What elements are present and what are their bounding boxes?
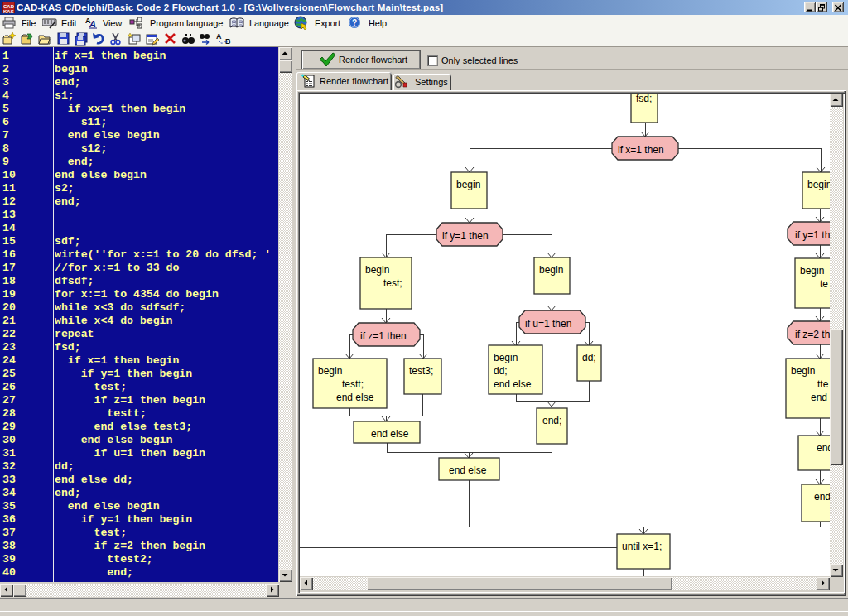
- svg-text:fsd;: fsd;: [636, 94, 652, 104]
- svg-text:KAS: KAS: [3, 9, 14, 14]
- svg-text:end: end: [814, 491, 830, 503]
- svg-text:begin: begin: [318, 365, 342, 377]
- svg-text:begin: begin: [365, 264, 389, 276]
- svg-text:tte: tte: [817, 378, 829, 390]
- svg-text:if u=1 then: if u=1 then: [525, 318, 571, 330]
- svg-text:test3;: test3;: [409, 365, 433, 377]
- svg-text:end else: end else: [371, 428, 409, 440]
- svg-text:if x=1 then: if x=1 then: [618, 144, 664, 156]
- svg-text:te: te: [820, 278, 828, 290]
- svg-text:if z=1 then: if z=1 then: [360, 330, 407, 342]
- svg-text:testt;: testt;: [342, 378, 364, 390]
- svg-text:begin: begin: [494, 352, 518, 363]
- svg-text:begin: begin: [800, 265, 824, 277]
- svg-text:dd;: dd;: [582, 352, 596, 363]
- svg-text:dd;: dd;: [494, 365, 508, 377]
- svg-text:end: end: [811, 392, 827, 403]
- svg-text:A: A: [89, 19, 96, 29]
- svg-text:test;: test;: [383, 277, 402, 289]
- svg-text:begin: begin: [539, 264, 563, 276]
- svg-text:end else: end else: [449, 464, 487, 476]
- svg-text:end: end: [817, 442, 830, 454]
- svg-text:if z=2 then: if z=2 then: [795, 329, 830, 340]
- svg-text:?: ?: [352, 18, 357, 27]
- svg-text:end else: end else: [336, 392, 374, 403]
- svg-text:A: A: [216, 32, 222, 41]
- svg-text:end;: end;: [542, 415, 561, 426]
- svg-text:end else: end else: [494, 378, 532, 390]
- svg-text:if y=1 then: if y=1 then: [442, 230, 489, 242]
- svg-text:if y=1 then: if y=1 then: [795, 229, 830, 241]
- svg-text:B: B: [225, 37, 231, 46]
- svg-text:begin: begin: [791, 365, 815, 377]
- svg-text:begin: begin: [807, 179, 830, 190]
- svg-text:until x=1;: until x=1;: [622, 541, 662, 552]
- svg-text:begin: begin: [456, 179, 480, 190]
